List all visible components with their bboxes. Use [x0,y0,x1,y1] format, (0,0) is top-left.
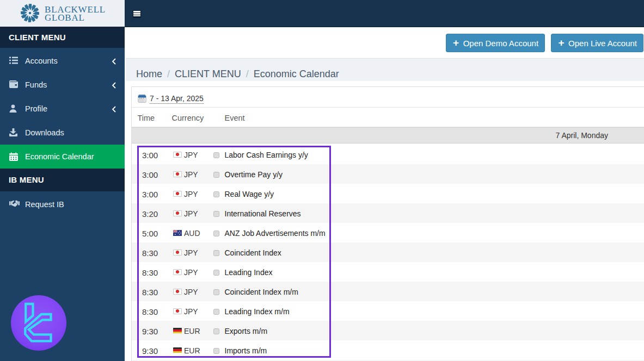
event-row[interactable]: 3:20JPYInternational Reserves [132,203,644,223]
event-row[interactable]: 8:30JPYCoincident Index m/m [132,282,644,301]
event-currency: JPY [184,164,198,185]
col-header-time: Time [138,108,155,129]
japan-flag-icon [173,308,182,314]
sidebar-item-accounts[interactable]: Accounts [0,49,125,73]
event-row[interactable]: 8:30JPYLeading Index m/m [132,301,644,321]
event-name: Real Wage y/y [225,184,274,205]
japan-flag-icon [173,171,182,177]
event-row[interactable]: 3:00JPYOvertime Pay y/y [132,164,644,184]
download-icon [9,128,18,137]
importance-indicator [213,191,219,197]
germany-flag-icon [173,328,182,334]
japan-flag-icon [173,152,182,158]
sidebar-item-label: Funds [25,73,47,97]
brand-name: BLACKWELL GLOBAL [45,3,106,22]
handshake-icon [9,200,18,209]
event-row[interactable]: 9:30EURImports m/m [132,340,644,360]
breadcrumb-item[interactable]: CLIENT MENU [175,69,241,79]
australia-flag-icon [173,230,182,236]
event-currency: JPY [184,145,198,166]
breadcrumb-separator: / [246,69,249,79]
japan-flag-icon [173,250,182,256]
event-currency: AUD [184,223,200,244]
event-name: Coincident Index m/m [225,282,298,303]
event-name: Exports m/m [225,321,268,342]
importance-indicator [213,231,219,236]
importance-indicator [213,328,219,334]
button-label: Open Demo Account [463,39,538,48]
chevron-left-icon [112,82,116,88]
calendar-date-icon[interactable] [138,94,146,103]
event-time: 8:30 [142,242,158,264]
event-row[interactable]: 8:30JPYCoincident Index [132,242,644,262]
top-navbar [125,0,644,27]
sidebar-item-label: Downloads [25,121,64,145]
event-row[interactable]: 3:00JPYReal Wage y/y [132,184,644,203]
table-header-row: Time Currency Event [132,108,644,127]
event-time: 8:30 [142,301,158,322]
sidebar-section-header: CLIENT MENU [0,27,125,48]
event-name: International Reserves [225,203,301,225]
event-name: Imports m/m [225,340,267,361]
importance-indicator [213,270,219,276]
sidebar-section-header: IB MENU [0,169,125,191]
breadcrumb: Home/CLIENT MENU/Economic Calendar [126,58,644,81]
day-banner-label: 7 April, Monday [556,128,609,143]
event-time: 8:30 [142,262,158,283]
sidebar-item-label: Request IB [25,192,64,216]
event-row[interactable]: 8:30JPYLeading Index [132,262,644,282]
breadcrumb-item: Economic Calendar [254,69,339,79]
day-banner: 7 April, Monday [132,127,644,144]
sidebar-toggle-hamburger-icon[interactable] [133,10,141,18]
event-time: 9:30 [142,340,158,361]
event-time: 3:00 [142,145,158,166]
breadcrumb-item[interactable]: Home [136,69,162,79]
open-live-account-button[interactable]: +Open Live Account [551,34,643,52]
brand-logo[interactable]: BLACKWELL GLOBAL [20,3,106,23]
importance-indicator [213,309,219,315]
importance-indicator [213,289,219,295]
japan-flag-icon [173,269,182,275]
importance-indicator [213,348,219,354]
event-name: Labor Cash Earnings y/y [225,145,308,166]
sidebar-item-request-ib[interactable]: Request IB [0,192,125,216]
japan-flag-icon [173,210,182,216]
event-currency: JPY [184,242,198,264]
importance-indicator [213,211,219,217]
col-header-event: Event [225,108,245,129]
sidebar-item-economic-calendar[interactable]: Economic Calendar [0,145,125,169]
economic-calendar-panel: 7 - 13 Apr, 2025 Time Currency Event 7 A… [131,86,644,361]
sidebar-item-label: Profile [25,97,47,121]
account-buttons: +Open Demo Account+Open Live Account [446,34,643,52]
sidebar-item-funds[interactable]: Funds [0,73,125,97]
button-label: Open Live Account [568,39,637,48]
main-content: +Open Demo Account+Open Live Account Hom… [125,27,644,361]
event-name: Overtime Pay y/y [225,164,283,185]
calendar-icon [9,152,18,161]
date-range-picker[interactable]: 7 - 13 Apr, 2025 [150,94,204,104]
event-currency: JPY [184,301,198,322]
event-name: ANZ Job Advertisements m/m [225,223,326,244]
japan-flag-icon [173,191,182,197]
germany-flag-icon [173,347,182,353]
sidebar-item-downloads[interactable]: Downloads [0,121,125,145]
open-demo-account-button[interactable]: +Open Demo Account [446,34,545,52]
event-currency: JPY [184,203,198,225]
event-row[interactable]: 9:30EURExports m/m [132,321,644,340]
watermark-logo [11,295,66,351]
event-name: Leading Index [225,262,273,283]
event-time: 3:00 [142,164,158,185]
sidebar-item-profile[interactable]: Profile [0,97,125,121]
event-row[interactable]: 3:00JPYLabor Cash Earnings y/y [132,145,644,164]
chevron-left-icon [112,105,116,112]
logo-strip: BLACKWELL GLOBAL [0,0,125,27]
event-time: 5:00 [142,223,158,244]
list-icon [9,57,18,65]
wallet-icon [9,80,18,89]
event-currency: JPY [184,282,198,303]
event-time: 3:00 [142,184,158,205]
chevron-left-icon [112,58,116,64]
event-row[interactable]: 5:00AUDANZ Job Advertisements m/m [132,223,644,242]
event-time: 8:30 [142,282,158,303]
breadcrumb-separator: / [167,69,170,79]
